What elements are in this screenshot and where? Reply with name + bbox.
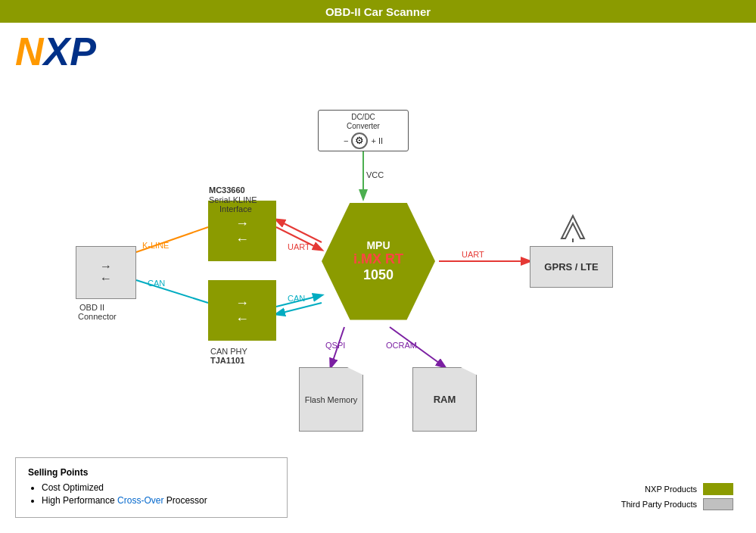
can-label1: CAN xyxy=(148,279,165,288)
antenna-icon xyxy=(558,212,588,242)
uart-left-label: UART xyxy=(288,242,310,251)
page-title: OBD-II Car Scanner xyxy=(325,5,431,18)
obd-box: → ← xyxy=(76,246,136,299)
svg-marker-10 xyxy=(562,216,584,238)
obd-label1: OBD II xyxy=(79,303,104,312)
obd-arrow-right: → xyxy=(100,260,112,273)
obd-arrow-left: ← xyxy=(100,273,112,285)
legend: NXP Products Third Party Products xyxy=(621,483,733,510)
dcdc-label: DC/DC Converter xyxy=(347,113,380,131)
mpu-container: MPU i.MX RT 1050 xyxy=(318,197,439,326)
ocram-label: OCRAM xyxy=(386,341,417,350)
canphy-label1: CAN PHY xyxy=(210,347,247,356)
legend-third-party: Third Party Products xyxy=(621,498,733,510)
kline-label: K-LINE xyxy=(142,241,169,250)
arrow-left-1: ← xyxy=(235,232,249,246)
page-header: OBD-II Car Scanner xyxy=(0,0,756,23)
vcc-label: VCC xyxy=(366,170,384,179)
mpu-line3: 1050 xyxy=(353,267,403,283)
canphy-block: → ← xyxy=(208,280,276,341)
canphy-label2: TJA1101 xyxy=(210,356,244,365)
obd-arrows: → ← xyxy=(100,260,112,285)
obd-label2: Connector xyxy=(78,312,117,321)
mpu-line1: MPU xyxy=(353,239,403,251)
arrow-right-1: → xyxy=(235,217,249,230)
legend-third-party-color xyxy=(703,498,733,510)
qspi-label: QSPI xyxy=(325,341,345,350)
mc33660-interface-label: Interface xyxy=(219,204,252,214)
arrow-right-2: → xyxy=(235,296,249,310)
legend-nxp-color xyxy=(703,483,733,495)
uart-right-label: UART xyxy=(462,250,484,259)
ram-box: RAM xyxy=(412,367,477,432)
svg-line-6 xyxy=(276,303,322,314)
selling-point-1: Cost Optimized xyxy=(42,482,275,493)
selling-points-box: Selling Points Cost Optimized High Perfo… xyxy=(15,457,288,518)
gear-icon: ⚙ xyxy=(351,132,368,149)
arrow-left-2: ← xyxy=(235,312,249,326)
ram-label: RAM xyxy=(434,394,456,405)
selling-points-list: Cost Optimized High Performance Cross-Ov… xyxy=(42,482,275,506)
legend-nxp: NXP Products xyxy=(621,483,733,495)
mpu-text: MPU i.MX RT 1050 xyxy=(353,239,403,283)
gprs-label: GPRS / LTE xyxy=(544,261,598,273)
canphy-arrows: → ← xyxy=(235,296,249,326)
can-label2: CAN xyxy=(288,294,305,303)
gprs-box: GPRS / LTE xyxy=(530,246,613,288)
mc33660-kline-label: Serial-KLINE xyxy=(209,195,257,204)
dcdc-box: DC/DC Converter − ⚙ + II xyxy=(318,110,409,151)
diagram-area: DC/DC Converter − ⚙ + II VCC MPU i.MX RT… xyxy=(0,23,756,469)
selling-point-2: High Performance Cross-Over Processor xyxy=(42,495,275,506)
svg-line-4 xyxy=(276,220,322,242)
mc33660-arrows: → ← xyxy=(235,217,249,246)
mpu-line2: i.MX RT xyxy=(353,251,403,267)
flash-label: Flash Memory xyxy=(305,395,358,404)
legend-third-party-label: Third Party Products xyxy=(621,500,697,509)
flash-memory-box: Flash Memory xyxy=(299,367,363,432)
selling-points-title: Selling Points xyxy=(28,467,275,478)
mpu-hex: MPU i.MX RT 1050 xyxy=(322,203,435,320)
legend-nxp-label: NXP Products xyxy=(645,485,697,494)
mc33660-name-label: MC33660 xyxy=(209,185,245,195)
dcdc-inner: − ⚙ + II xyxy=(344,132,383,149)
